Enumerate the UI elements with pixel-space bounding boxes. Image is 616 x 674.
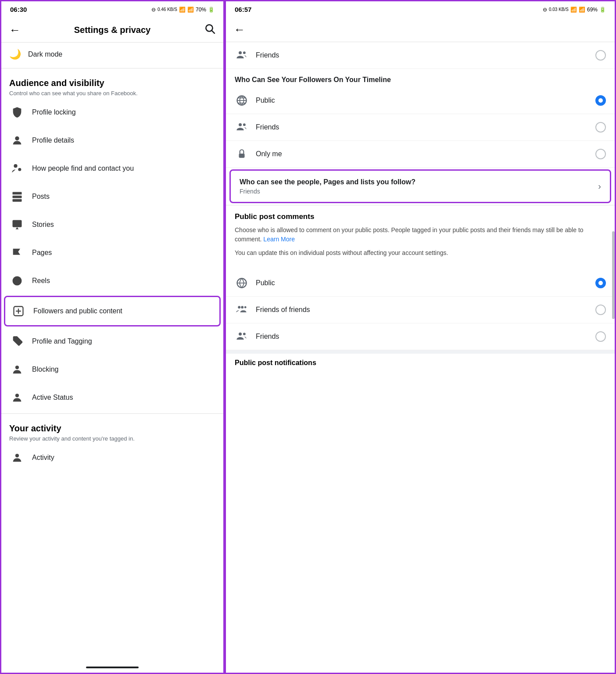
svg-line-1	[212, 31, 215, 33]
activity-section-header: Your activity Review your activity and c…	[1, 416, 223, 444]
left-status-bar: 06:30 ⊖ 0.46 KB/S 📶 📶 70% 🔋	[1, 1, 223, 18]
wifi-icon: 📶	[179, 7, 186, 13]
right-back-button[interactable]: ←	[234, 23, 245, 36]
public-comments-section: Public post comments Choose who is allow…	[226, 205, 615, 270]
data-speed: 0.46 KB/S	[158, 7, 177, 12]
right-time: 06:57	[235, 6, 251, 13]
svg-point-22	[243, 51, 246, 54]
menu-item-activity[interactable]: Activity	[1, 444, 223, 472]
left-search-button[interactable]	[204, 23, 215, 37]
left-status-icons: ⊖ 0.46 KB/S 📶 📶 70% 🔋	[151, 7, 215, 13]
left-top-bar: ← Settings & privacy	[1, 18, 223, 43]
battery-left: 70%	[196, 7, 206, 13]
learn-more-link[interactable]: Learn More	[263, 236, 295, 243]
radio-public-2[interactable]: Public	[226, 270, 615, 297]
friends-icon-1	[235, 120, 249, 134]
menu-label-stories: Stories	[32, 221, 54, 229]
radio-label-public-2: Public	[256, 279, 588, 287]
radio-circle-friends-of-friends[interactable]	[595, 305, 606, 315]
radio-circle-friends-top[interactable]	[595, 50, 606, 61]
svg-point-33	[241, 306, 244, 308]
menu-label-active-status: Active Status	[32, 394, 73, 402]
public-comments-desc: Choose who is allowed to comment on your…	[235, 226, 606, 244]
menu-item-pages[interactable]: Pages	[1, 239, 223, 267]
audience-subtitle: Control who can see what you share on Fa…	[9, 90, 215, 97]
divider-1	[1, 68, 223, 68]
radio-circle-friends-1[interactable]	[595, 122, 606, 133]
svg-rect-8	[13, 199, 22, 202]
menu-item-how-people-find[interactable]: How people find and contact you	[1, 154, 223, 183]
svg-rect-6	[13, 192, 22, 195]
svg-point-19	[15, 394, 19, 397]
friends-of-friends-icon	[235, 303, 249, 317]
svg-point-17	[15, 366, 19, 369]
svg-point-4	[18, 168, 21, 171]
right-wifi-icon: 📶	[570, 7, 577, 13]
public-globe-icon-2	[235, 276, 249, 290]
svg-point-3	[14, 164, 17, 168]
posts-icon	[9, 189, 25, 204]
right-top-bar: ←	[226, 18, 615, 42]
moon-icon: 🌙	[9, 49, 21, 60]
divider-2	[1, 413, 223, 414]
tag-icon	[9, 333, 25, 349]
activity-title: Your activity	[9, 423, 215, 434]
right-battery-icon: 🔋	[599, 7, 606, 13]
radio-label-friends-2: Friends	[256, 333, 588, 341]
right-data-speed: 0.03 KB/S	[549, 7, 569, 12]
radio-friends-top[interactable]: Friends	[226, 42, 615, 69]
menu-item-followers[interactable]: Followers and public content	[4, 296, 221, 326]
followers-icon	[11, 303, 26, 319]
menu-item-active-status[interactable]: Active Status	[1, 384, 223, 412]
left-time: 06:30	[10, 6, 27, 13]
left-panel: 06:30 ⊖ 0.46 KB/S 📶 📶 70% 🔋 ← Settings &…	[0, 0, 225, 674]
menu-item-profile-tagging[interactable]: Profile and Tagging	[1, 327, 223, 355]
menu-label-blocking: Blocking	[32, 366, 58, 373]
scrollbar-track	[612, 42, 615, 673]
activity-subtitle: Review your activity and content you're …	[9, 435, 215, 442]
menu-item-blocking[interactable]: Blocking	[1, 355, 223, 384]
menu-label-activity: Activity	[32, 454, 54, 462]
menu-item-stories[interactable]: Stories	[1, 211, 223, 239]
right-minus-icon: ⊖	[543, 7, 547, 13]
dark-mode-label: Dark mode	[28, 50, 62, 58]
menu-item-profile-details[interactable]: Profile details	[1, 126, 223, 154]
menu-label-pages: Pages	[32, 249, 52, 257]
radio-friends-1[interactable]: Friends	[226, 114, 615, 141]
follow-nav-sub: Friends	[240, 188, 591, 195]
public-comments-desc2: You can update this on individual posts …	[235, 248, 606, 258]
radio-circle-public-2[interactable]	[595, 278, 606, 288]
radio-label-friends-top: Friends	[256, 51, 588, 59]
svg-line-5	[21, 171, 22, 172]
radio-circle-friends-2[interactable]	[595, 331, 606, 342]
chevron-right-icon: ›	[598, 181, 601, 191]
radio-circle-only-me[interactable]	[595, 149, 606, 159]
menu-item-posts[interactable]: Posts	[1, 183, 223, 211]
follow-nav-title: Who can see the people, Pages and lists …	[240, 178, 591, 187]
menu-label-how-people-find: How people find and contact you	[32, 165, 134, 172]
activity-icon	[9, 450, 25, 466]
follow-nav-item[interactable]: Who can see the people, Pages and lists …	[229, 169, 611, 203]
blocking-icon	[9, 362, 25, 377]
menu-item-profile-locking[interactable]: Profile locking	[1, 98, 223, 126]
followers-timeline-label: Who Can See Your Followers On Your Timel…	[226, 69, 615, 87]
svg-point-28	[243, 123, 246, 126]
svg-point-20	[15, 454, 19, 457]
shield-icon	[9, 104, 25, 120]
svg-marker-10	[16, 227, 19, 229]
svg-point-2	[15, 136, 19, 140]
radio-friends-of-friends[interactable]: Friends of friends	[226, 297, 615, 323]
left-back-button[interactable]: ←	[9, 23, 21, 37]
radio-circle-public-1[interactable]	[595, 95, 606, 106]
radio-only-me[interactable]: Only me	[226, 141, 615, 168]
right-panel: 06:57 ⊖ 0.03 KB/S 📶 📶 69% 🔋 ← Frie	[225, 0, 616, 674]
lock-icon	[235, 147, 249, 161]
menu-item-reels[interactable]: Reels	[1, 267, 223, 295]
radio-label-friends-of-friends: Friends of friends	[256, 306, 588, 314]
radio-public-1[interactable]: Public	[226, 87, 615, 114]
svg-point-34	[244, 306, 247, 308]
dark-mode-item[interactable]: 🌙 Dark mode	[1, 43, 223, 66]
right-status-icons: ⊖ 0.03 KB/S 📶 📶 69% 🔋	[543, 7, 606, 13]
radio-friends-2[interactable]: Friends	[226, 323, 615, 350]
person-icon	[9, 133, 25, 148]
